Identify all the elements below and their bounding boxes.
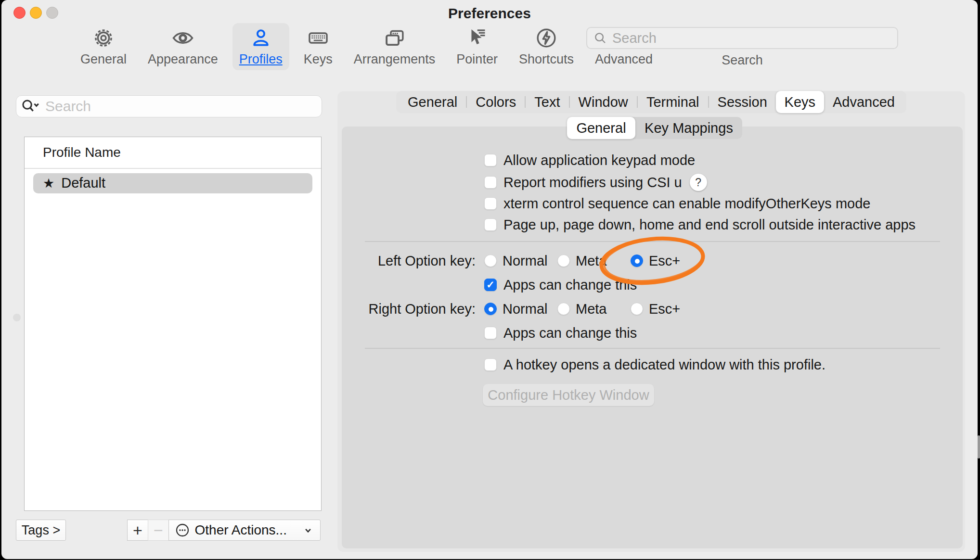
- ellipsis-circle-icon: [175, 522, 190, 538]
- radio-label: Normal: [503, 253, 547, 269]
- toolbar-search-input[interactable]: Search: [586, 27, 898, 49]
- toolbar-item-appearance[interactable]: Appearance: [141, 23, 225, 70]
- checkbox-label: Allow application keypad mode: [503, 153, 695, 168]
- checkbox-row: xterm control sequence can enable modify…: [484, 193, 870, 214]
- search-scope-icon: [21, 98, 41, 115]
- tab-advanced[interactable]: Advanced: [824, 91, 903, 113]
- left-option-esc-radio[interactable]: [631, 255, 643, 267]
- checkbox-label: xterm control sequence can enable modify…: [503, 196, 870, 212]
- right-option-key-label: Right Option key:: [365, 298, 476, 319]
- checkbox-row: Apps can change this: [484, 274, 637, 295]
- toolbar-search-label: Search: [586, 53, 898, 68]
- right-option-esc-radio[interactable]: [631, 303, 643, 315]
- toolbar-item-label: Pointer: [456, 52, 498, 67]
- profile-tabbar: General Colors Text Window Terminal Sess…: [396, 91, 906, 113]
- profile-list: Profile Name ★ Default: [24, 137, 322, 511]
- left-option-normal-radio[interactable]: [484, 255, 497, 267]
- toolbar-item-shortcuts[interactable]: Shortcuts: [512, 23, 580, 70]
- tab-keys[interactable]: Keys: [776, 91, 824, 113]
- other-actions-dropdown[interactable]: Other Actions...: [168, 520, 321, 541]
- profile-row-default[interactable]: ★ Default: [33, 173, 312, 193]
- preferences-window: Preferences General Appearance: [1, 0, 978, 559]
- toolbar-item-label: Arrangements: [354, 52, 436, 67]
- profile-search-placeholder: Search: [45, 98, 91, 115]
- left-option-meta-radio[interactable]: [557, 255, 570, 267]
- tab-session[interactable]: Session: [709, 91, 776, 113]
- chevron-down-icon: [302, 524, 314, 536]
- tags-button-label: Tags >: [22, 523, 60, 538]
- background-scrollbar-thumb: [978, 435, 980, 458]
- subtab-key-mappings[interactable]: Key Mappings: [635, 117, 742, 139]
- left-option-apps-change-checkbox[interactable]: [484, 279, 497, 291]
- toolbar-item-profiles[interactable]: Profiles: [232, 23, 289, 70]
- left-option-key-label: Left Option key:: [365, 250, 476, 271]
- tab-terminal[interactable]: Terminal: [638, 91, 708, 113]
- allow-keypad-checkbox[interactable]: [484, 154, 497, 166]
- radio-label: Normal: [503, 301, 547, 317]
- modify-other-keys-checkbox[interactable]: [484, 197, 497, 210]
- page-scroll-checkbox[interactable]: [484, 218, 497, 231]
- profile-name: Default: [61, 175, 105, 191]
- right-option-normal-radio[interactable]: [484, 303, 497, 315]
- radio-label: Meta: [576, 301, 606, 317]
- checkbox-label: Apps can change this: [503, 325, 637, 341]
- checkbox-label: A hotkey opens a dedicated window with t…: [503, 357, 825, 373]
- radio-label: Esc+: [649, 253, 680, 269]
- right-option-meta-radio[interactable]: [557, 303, 570, 315]
- checkbox-row: Report modifiers using CSI u ?: [484, 172, 707, 193]
- list-header-divider: [25, 168, 321, 169]
- toolbar-item-label: Profiles: [239, 52, 283, 67]
- plus-icon: +: [133, 521, 142, 540]
- toolbar-item-label: Appearance: [148, 52, 218, 67]
- checkbox-row: Apps can change this: [484, 322, 637, 344]
- preferences-toolbar: General Appearance Profiles: [74, 23, 659, 70]
- window-split-handle[interactable]: [13, 314, 21, 321]
- eye-icon: [172, 27, 194, 49]
- toolbar-item-pointer[interactable]: Pointer: [450, 23, 504, 70]
- bolt-icon: [535, 27, 557, 49]
- tab-colors[interactable]: Colors: [467, 91, 525, 113]
- profile-search-input[interactable]: Search: [16, 95, 322, 117]
- checkbox-row: Allow application keypad mode: [484, 150, 695, 171]
- right-option-apps-change-checkbox[interactable]: [484, 327, 497, 339]
- help-button[interactable]: ?: [690, 174, 707, 191]
- left-option-radio-group: Normal Meta Esc+: [484, 250, 680, 271]
- right-option-radio-group: Normal Meta Esc+: [484, 298, 680, 319]
- toolbar-item-keys[interactable]: Keys: [297, 23, 339, 70]
- toolbar-item-general[interactable]: General: [74, 23, 133, 70]
- gear-icon: [92, 27, 115, 49]
- configure-hotkey-label: Configure Hotkey Window: [488, 387, 649, 403]
- screen: Preferences General Appearance: [0, 0, 980, 560]
- checkbox-label: Report modifiers using CSI u: [503, 175, 682, 191]
- section-divider: [365, 348, 940, 349]
- person-icon: [250, 27, 272, 49]
- add-profile-button[interactable]: +: [127, 520, 149, 541]
- tab-text[interactable]: Text: [526, 91, 568, 113]
- keys-subtabbar: General Key Mappings: [567, 117, 742, 139]
- search-icon: [593, 31, 607, 45]
- profile-actions-cluster: + − Other Actions...: [128, 520, 321, 541]
- hotkey-window-checkbox[interactable]: [484, 358, 497, 371]
- profile-list-header: Profile Name: [25, 137, 321, 168]
- csi-u-checkbox[interactable]: [484, 176, 497, 189]
- windows-icon: [384, 27, 406, 49]
- toolbar-item-label: Shortcuts: [519, 52, 574, 67]
- radio-label: Meta: [576, 253, 606, 269]
- toolbar-item-arrangements[interactable]: Arrangements: [347, 23, 442, 70]
- tags-button[interactable]: Tags >: [16, 520, 66, 541]
- cursor-icon: [466, 27, 488, 49]
- remove-profile-button[interactable]: −: [148, 520, 169, 541]
- window-title: Preferences: [1, 5, 978, 22]
- configure-hotkey-window-button[interactable]: Configure Hotkey Window: [483, 384, 654, 406]
- tab-general[interactable]: General: [399, 91, 466, 113]
- star-icon: ★: [43, 176, 54, 191]
- checkbox-row: A hotkey opens a dedicated window with t…: [484, 354, 825, 375]
- subtab-general[interactable]: General: [567, 117, 635, 139]
- other-actions-label: Other Actions...: [195, 522, 287, 538]
- keyboard-icon: [307, 27, 329, 49]
- toolbar-search-placeholder: Search: [612, 30, 657, 46]
- toolbar-item-label: Keys: [304, 52, 333, 67]
- toolbar-item-label: General: [80, 52, 127, 67]
- radio-label: Esc+: [649, 301, 680, 317]
- tab-window[interactable]: Window: [570, 91, 637, 113]
